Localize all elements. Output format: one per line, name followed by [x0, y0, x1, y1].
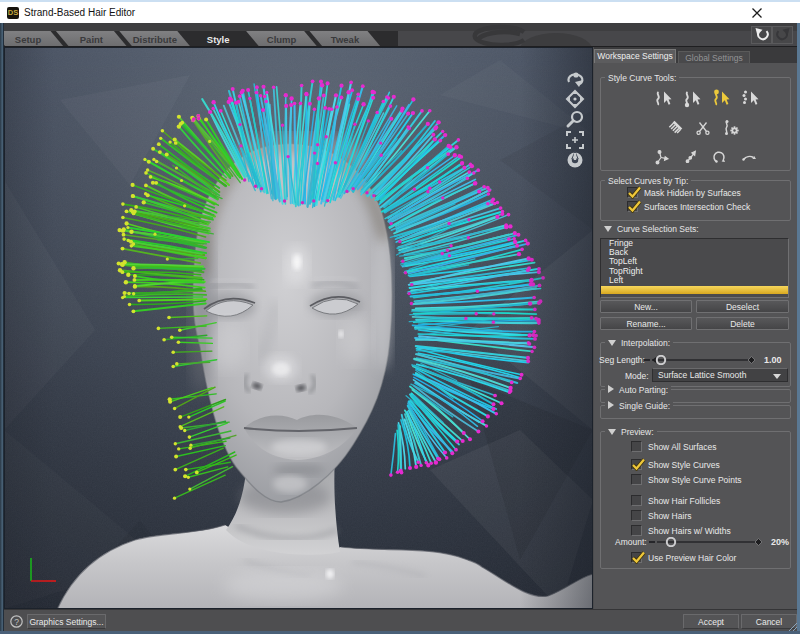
svg-text:Distribute: Distribute [133, 34, 177, 45]
svg-text:Tweak: Tweak [331, 34, 360, 45]
svg-text:Setup: Setup [15, 34, 42, 45]
svg-text:Clump: Clump [267, 34, 297, 45]
svg-text:?: ? [14, 617, 19, 627]
svg-text:Style: Style [207, 34, 230, 45]
svg-text:Paint: Paint [80, 34, 104, 45]
